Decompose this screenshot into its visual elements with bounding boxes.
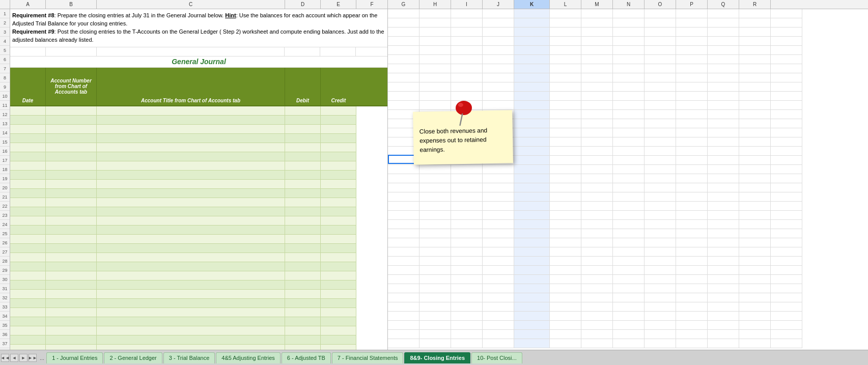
right-cell-r35-c12[interactable] (771, 330, 802, 339)
right-cell-r4-c10[interactable] (708, 46, 739, 55)
right-cell-r33-c4[interactable] (514, 312, 550, 321)
right-cell-r27-c12[interactable] (771, 257, 802, 266)
col-header-b[interactable]: B (46, 0, 97, 9)
right-cell-r30-c11[interactable] (739, 284, 771, 293)
right-cell-r31-c3[interactable] (483, 293, 514, 302)
right-cell-r28-c6[interactable] (581, 266, 613, 275)
right-cell-r0-c6[interactable] (581, 9, 613, 18)
right-cell-r29-c1[interactable] (419, 275, 451, 284)
right-cell-r33-c5[interactable] (550, 312, 581, 321)
right-cell-r24-c1[interactable] (419, 229, 451, 238)
col-header-a[interactable]: A (10, 0, 46, 9)
right-cell-r15-c11[interactable] (739, 147, 771, 156)
right-cell-r11-c12[interactable] (771, 110, 802, 119)
right-cell-r33-c2[interactable] (451, 312, 483, 321)
right-cell-r25-c0[interactable] (388, 238, 419, 247)
right-cell-r35-c0[interactable] (388, 330, 419, 339)
right-cell-r17-c0[interactable] (388, 165, 419, 174)
journal-cell-r0-c4[interactable] (321, 106, 356, 116)
journal-cell-r26-c3[interactable] (285, 345, 321, 350)
right-cell-r17-c8[interactable] (645, 165, 676, 174)
right-cell-r0-c11[interactable] (739, 9, 771, 18)
right-cell-r26-c4[interactable] (514, 247, 550, 257)
right-cell-r0-c0[interactable] (388, 9, 419, 18)
right-cell-r13-c7[interactable] (613, 128, 645, 137)
right-cell-r6-c9[interactable] (676, 64, 708, 73)
journal-cell-r18-c3[interactable] (285, 271, 321, 280)
right-cell-r0-c4[interactable] (514, 9, 550, 18)
right-cell-r5-c2[interactable] (451, 55, 483, 64)
right-cell-r9-c7[interactable] (613, 92, 645, 101)
right-cell-r26-c10[interactable] (708, 247, 739, 257)
right-cell-r10-c8[interactable] (645, 101, 676, 110)
journal-cell-r0-c2[interactable] (97, 106, 285, 116)
right-cell-r22-c3[interactable] (483, 211, 514, 220)
right-cell-r5-c11[interactable] (739, 55, 771, 64)
right-cell-r5-c9[interactable] (676, 55, 708, 64)
right-cell-r29-c2[interactable] (451, 275, 483, 284)
right-cell-r22-c12[interactable] (771, 211, 802, 220)
right-cell-r24-c0[interactable] (388, 229, 419, 238)
right-cell-r27-c10[interactable] (708, 257, 739, 266)
col-header-d[interactable]: D (285, 0, 321, 9)
journal-row-8[interactable] (10, 180, 387, 189)
journal-row-25[interactable] (10, 335, 387, 345)
journal-row-3[interactable] (10, 134, 387, 143)
right-cell-r21-c3[interactable] (483, 202, 514, 211)
right-cell-r35-c2[interactable] (451, 330, 483, 339)
right-cell-r2-c11[interactable] (739, 27, 771, 37)
right-cell-r16-c7[interactable] (613, 156, 645, 165)
right-cell-r25-c4[interactable] (514, 238, 550, 247)
journal-cell-r23-c1[interactable] (46, 317, 97, 326)
journal-cell-r25-c0[interactable] (10, 335, 46, 345)
right-cell-r11-c5[interactable] (550, 110, 581, 119)
right-cell-r26-c9[interactable] (676, 247, 708, 257)
journal-cell-r25-c3[interactable] (285, 335, 321, 345)
right-cell-r17-c7[interactable] (613, 165, 645, 174)
journal-cell-r3-c2[interactable] (97, 134, 285, 143)
right-cell-r21-c8[interactable] (645, 202, 676, 211)
right-cell-r32-c1[interactable] (419, 302, 451, 312)
right-cell-r18-c7[interactable] (613, 174, 645, 183)
right-cell-r11-c11[interactable] (739, 110, 771, 119)
journal-cell-r16-c4[interactable] (321, 253, 356, 262)
right-cell-r13-c4[interactable] (514, 128, 550, 137)
right-cell-r6-c5[interactable] (550, 64, 581, 73)
journal-cell-r13-c0[interactable] (10, 226, 46, 235)
journal-cell-r5-c1[interactable] (46, 152, 97, 161)
journal-cell-r23-c4[interactable] (321, 317, 356, 326)
right-cell-r31-c1[interactable] (419, 293, 451, 302)
right-cell-r8-c10[interactable] (708, 82, 739, 92)
journal-cell-r10-c0[interactable] (10, 198, 46, 207)
right-cell-r2-c0[interactable] (388, 27, 419, 37)
right-cell-r12-c5[interactable] (550, 119, 581, 128)
right-cell-r2-c8[interactable] (645, 27, 676, 37)
right-cell-r33-c6[interactable] (581, 312, 613, 321)
right-cell-r16-c8[interactable] (645, 156, 676, 165)
right-cell-r31-c8[interactable] (645, 293, 676, 302)
journal-row-18[interactable] (10, 271, 387, 280)
right-cell-r26-c2[interactable] (451, 247, 483, 257)
right-cell-r25-c3[interactable] (483, 238, 514, 247)
right-cell-r6-c8[interactable] (645, 64, 676, 73)
right-cell-r33-c1[interactable] (419, 312, 451, 321)
right-cell-r36-c1[interactable] (419, 339, 451, 348)
right-cell-r1-c0[interactable] (388, 18, 419, 27)
right-cell-r10-c9[interactable] (676, 101, 708, 110)
right-cell-r10-c10[interactable] (708, 101, 739, 110)
right-cell-r7-c8[interactable] (645, 73, 676, 82)
right-cell-r29-c7[interactable] (613, 275, 645, 284)
journal-cell-r11-c3[interactable] (285, 207, 321, 216)
journal-cell-r26-c1[interactable] (46, 345, 97, 350)
right-cell-r5-c8[interactable] (645, 55, 676, 64)
right-cell-r21-c1[interactable] (419, 202, 451, 211)
tab-nav-forward[interactable]: ► (19, 354, 27, 362)
right-cell-r3-c3[interactable] (483, 37, 514, 46)
journal-cell-r14-c3[interactable] (285, 235, 321, 244)
right-cell-r29-c5[interactable] (550, 275, 581, 284)
right-cell-r15-c7[interactable] (613, 147, 645, 156)
right-cell-r6-c0[interactable] (388, 64, 419, 73)
right-cell-r0-c10[interactable] (708, 9, 739, 18)
right-cell-r28-c12[interactable] (771, 266, 802, 275)
right-cell-r12-c9[interactable] (676, 119, 708, 128)
